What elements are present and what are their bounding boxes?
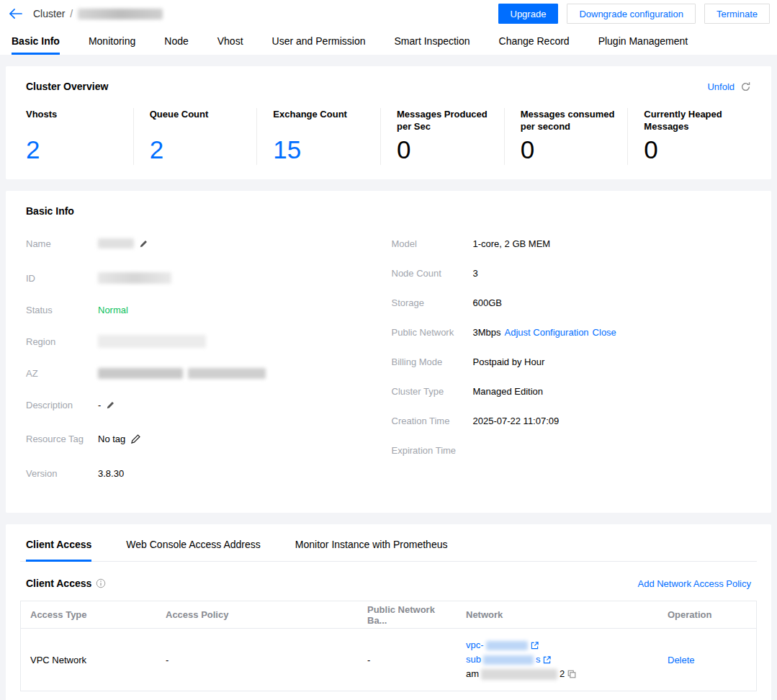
stat-label: Exchange Count <box>273 108 374 133</box>
tab-monitor-instance-with-prometheus[interactable]: Monitor Instance with Prometheus <box>295 529 448 561</box>
tab-client-access[interactable]: Client Access <box>26 529 91 561</box>
table-row: VPC Network - - vpc- sub <box>21 629 756 691</box>
upgrade-button[interactable]: Upgrade <box>498 4 559 24</box>
stat-value: 2 <box>150 135 257 165</box>
node-count-value: 3 <box>473 268 478 279</box>
tab-user-and-permission[interactable]: User and Permission <box>272 27 366 55</box>
field-label: ID <box>26 273 98 284</box>
name-redacted <box>98 238 134 248</box>
client-access-card: Client Access Web Console Access Address… <box>6 524 771 700</box>
top-bar: Cluster / Upgrade Downgrade configuratio… <box>0 0 777 27</box>
field-creation-time: Creation Time 2025-07-22 11:07:09 <box>392 414 758 427</box>
tab-smart-inspection[interactable]: Smart Inspection <box>395 27 470 55</box>
terminate-button[interactable]: Terminate <box>704 4 770 24</box>
main-tab-bar: Basic Info Monitoring Node Vhost User an… <box>0 27 777 55</box>
edit-name-icon[interactable] <box>139 239 148 248</box>
creation-time-value: 2025-07-22 11:07:09 <box>473 416 560 426</box>
external-link-icon[interactable] <box>543 656 551 664</box>
field-node-count: Node Count 3 <box>392 266 758 279</box>
field-label: Status <box>26 305 98 315</box>
subnet-suffix: s <box>536 652 541 667</box>
adjust-configuration-link[interactable]: Adjust Configuration <box>505 327 589 338</box>
access-tab-bar: Client Access Web Console Access Address… <box>20 529 757 562</box>
tab-change-record[interactable]: Change Record <box>499 27 570 55</box>
basic-info-title: Basic Info <box>20 205 757 217</box>
downgrade-configuration-button[interactable]: Downgrade configuration <box>567 4 696 24</box>
vpc-prefix: vpc- <box>466 638 484 652</box>
column-access-type: Access Type <box>21 609 156 620</box>
vpc-link[interactable]: vpc- <box>466 638 528 652</box>
id-redacted <box>98 272 171 284</box>
public-network-value: 3Mbps <box>473 327 501 338</box>
description-value: - <box>98 400 101 410</box>
billing-mode-value: Postpaid by Hour <box>473 356 545 367</box>
field-billing-mode: Billing Mode Postpaid by Hour <box>392 355 758 368</box>
client-access-table: Access Type Access Policy Public Network… <box>20 601 757 691</box>
stat-label: Vhosts <box>26 108 127 133</box>
stat-exchange-count: Exchange Count 15 <box>256 108 380 165</box>
field-status: Status Normal <box>26 303 392 316</box>
stat-vhosts: Vhosts 2 <box>26 108 133 165</box>
public-network-bandwidth-cell: - <box>358 655 457 665</box>
field-label: Name <box>26 238 98 249</box>
subnet-id-redacted <box>483 655 534 665</box>
cluster-name-redacted <box>78 9 163 19</box>
amqp-suffix: 2 <box>560 667 565 681</box>
amqp-prefix: am <box>466 667 479 681</box>
tab-plugin-management[interactable]: Plugin Management <box>598 27 688 55</box>
network-cell: vpc- sub s <box>457 638 658 681</box>
field-storage: Storage 600GB <box>392 296 758 309</box>
field-label: Storage <box>392 297 473 308</box>
field-label: Version <box>26 468 98 479</box>
field-label: Node Count <box>392 268 473 279</box>
resource-tag-value: No tag <box>98 434 125 444</box>
overview-stats: Vhosts 2 Queue Count 2 Exchange Count 15… <box>20 108 757 165</box>
stat-label: Currently Heaped Messages <box>644 108 745 133</box>
access-policy-cell: - <box>156 655 358 665</box>
field-model: Model 1-core, 2 GB MEM <box>392 237 758 250</box>
tab-web-console-access-address[interactable]: Web Console Access Address <box>126 529 261 561</box>
field-label: Description <box>26 400 98 410</box>
az-redacted-2 <box>188 368 266 379</box>
tab-monitoring[interactable]: Monitoring <box>89 27 135 55</box>
edit-description-icon[interactable] <box>106 400 115 410</box>
delete-link[interactable]: Delete <box>668 655 695 665</box>
storage-value: 600GB <box>473 297 502 308</box>
field-expiration-time: Expiration Time <box>392 444 758 457</box>
field-public-network: Public Network 3Mbps Adjust Configuratio… <box>392 326 758 338</box>
cluster-type-value: Managed Edition <box>473 386 544 397</box>
field-label: Expiration Time <box>392 445 473 456</box>
tab-vhost[interactable]: Vhost <box>217 27 243 55</box>
field-label: Public Network <box>392 327 473 338</box>
tab-basic-info[interactable]: Basic Info <box>12 27 60 55</box>
external-link-icon[interactable] <box>531 642 539 650</box>
breadcrumb-section[interactable]: Cluster <box>33 8 65 19</box>
breadcrumb-separator: / <box>70 8 73 19</box>
refresh-icon[interactable] <box>740 81 751 92</box>
basic-info-card: Basic Info Name ID Status Normal <box>6 191 771 513</box>
az-redacted-1 <box>98 368 183 379</box>
field-label: Creation Time <box>392 416 473 426</box>
close-public-network-link[interactable]: Close <box>593 327 616 338</box>
cluster-overview-card: Cluster Overview Unfold Vhosts 2 Queue C… <box>6 66 771 179</box>
edit-resource-tag-icon[interactable] <box>130 434 141 444</box>
add-network-access-policy-link[interactable]: Add Network Access Policy <box>637 578 751 589</box>
stat-label: Queue Count <box>150 108 251 133</box>
breadcrumb: Cluster / <box>33 8 163 19</box>
copy-icon[interactable] <box>567 670 576 678</box>
stat-value: 0 <box>521 135 628 165</box>
version-value: 3.8.30 <box>98 468 124 479</box>
field-description: Description - <box>26 398 392 411</box>
field-label: AZ <box>26 368 98 379</box>
field-label: Billing Mode <box>392 356 473 367</box>
stat-messages-consumed: Messages consumed per second 0 <box>504 108 628 165</box>
subnet-link[interactable]: sub s <box>466 652 540 667</box>
back-arrow-icon[interactable] <box>9 8 33 19</box>
amqp-address-redacted <box>481 669 557 680</box>
tab-node[interactable]: Node <box>164 27 188 55</box>
info-icon[interactable] <box>96 578 106 588</box>
unfold-link[interactable]: Unfold <box>707 81 735 92</box>
stat-label: Messages consumed per second <box>521 108 621 133</box>
stat-value: 15 <box>273 135 380 165</box>
region-redacted <box>98 335 206 348</box>
